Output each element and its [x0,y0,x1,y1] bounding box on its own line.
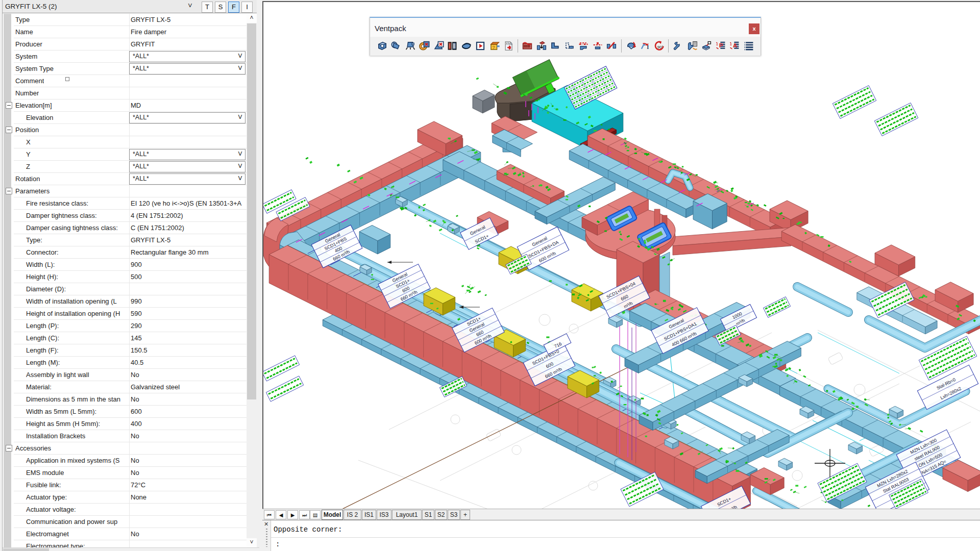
svg-text:I: I [647,44,649,50]
svg-text:A: A [733,42,738,48]
svg-text:XML: XML [506,42,513,45]
svg-text:P: P [719,42,723,48]
svg-text:90°: 90° [657,45,664,49]
svg-text:?: ? [492,45,495,50]
